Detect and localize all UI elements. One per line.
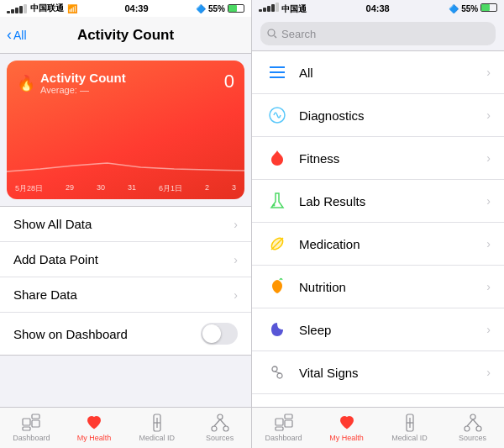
right-tab-dashboard[interactable]: Dashboard bbox=[252, 408, 315, 448]
health-item-diagnostics-label: Diagnostics bbox=[299, 108, 476, 123]
right-tab-my-health[interactable]: My Health bbox=[315, 408, 378, 448]
right-my-health-icon bbox=[338, 414, 356, 432]
add-data-point-item[interactable]: Add Data Point › bbox=[0, 242, 251, 277]
vital-signs-icon bbox=[265, 361, 289, 384]
right-sources-icon bbox=[464, 414, 482, 432]
health-item-diagnostics[interactable]: Diagnostics › bbox=[252, 94, 504, 137]
battery-percent: 55% bbox=[208, 4, 225, 13]
svg-line-10 bbox=[214, 419, 220, 426]
right-carrier: 中国通 bbox=[259, 3, 307, 15]
right-tab-medical-id[interactable]: Medical ID bbox=[378, 408, 441, 448]
left-carrier: 中国联通 📶 bbox=[7, 3, 77, 14]
search-bar[interactable]: Search bbox=[260, 22, 496, 45]
tab-my-health-label: My Health bbox=[77, 434, 112, 442]
health-item-fitness-label: Fitness bbox=[299, 151, 476, 166]
health-item-all[interactable]: All › bbox=[252, 51, 504, 94]
signal-icon bbox=[7, 4, 27, 13]
tab-my-health[interactable]: My Health bbox=[63, 408, 126, 448]
right-time: 04:38 bbox=[366, 3, 390, 13]
vital-signs-chevron-icon: › bbox=[486, 366, 491, 379]
tab-dashboard[interactable]: Dashboard bbox=[0, 408, 63, 448]
svg-rect-28 bbox=[285, 420, 292, 427]
chart-title-block: Activity Count Average: — bbox=[40, 71, 126, 95]
nutrition-chevron-icon: › bbox=[486, 280, 491, 293]
diagnostics-chevron-icon: › bbox=[486, 108, 491, 122]
right-tab-sources-label: Sources bbox=[459, 434, 486, 442]
health-item-lab-results-label: Lab Results bbox=[299, 194, 476, 208]
search-bar-container: Search bbox=[252, 17, 504, 50]
svg-rect-26 bbox=[276, 419, 283, 425]
battery-icon bbox=[228, 4, 244, 13]
chart-subtitle: Average: — bbox=[40, 85, 126, 95]
right-tab-sources[interactable]: Sources bbox=[441, 408, 504, 448]
chart-value: 0 bbox=[224, 71, 234, 92]
right-battery-icon bbox=[480, 3, 497, 12]
menu-section: Show All Data › Add Data Point › Share D… bbox=[0, 206, 251, 356]
health-item-lab-results[interactable]: Lab Results › bbox=[252, 180, 504, 223]
left-nav-bar: ‹ All Activity Count bbox=[0, 17, 251, 54]
show-all-chevron-icon: › bbox=[234, 218, 238, 231]
chart-header: 🔥 Activity Count Average: — bbox=[17, 71, 234, 95]
show-on-dashboard-item[interactable]: Show on Dashboard bbox=[0, 313, 251, 355]
svg-point-7 bbox=[218, 414, 223, 419]
health-item-sleep[interactable]: Sleep › bbox=[252, 308, 504, 351]
nutrition-icon bbox=[265, 275, 289, 298]
tab-sources[interactable]: Sources bbox=[188, 408, 251, 448]
add-data-chevron-icon: › bbox=[234, 253, 238, 266]
right-medical-id-icon bbox=[401, 414, 419, 432]
health-item-all-label: All bbox=[299, 66, 476, 80]
tab-medical-id[interactable]: Medical ID bbox=[126, 408, 189, 448]
svg-point-34 bbox=[465, 426, 470, 431]
fitness-chevron-icon: › bbox=[486, 151, 491, 165]
show-all-data-label: Show All Data bbox=[13, 217, 92, 231]
svg-point-23 bbox=[277, 373, 282, 378]
right-carrier-text: 中国通 bbox=[281, 4, 307, 13]
lab-results-chevron-icon: › bbox=[486, 194, 491, 208]
share-data-item[interactable]: Share Data › bbox=[0, 277, 251, 313]
right-tab-medical-id-label: Medical ID bbox=[391, 434, 428, 442]
svg-point-18 bbox=[273, 204, 276, 207]
svg-point-8 bbox=[212, 426, 217, 431]
dashboard-toggle[interactable] bbox=[201, 323, 238, 345]
svg-point-9 bbox=[223, 426, 228, 431]
search-placeholder: Search bbox=[281, 28, 316, 40]
svg-rect-27 bbox=[285, 414, 292, 419]
tab-sources-label: Sources bbox=[206, 434, 234, 442]
svg-rect-0 bbox=[23, 419, 30, 425]
right-tab-my-health-label: My Health bbox=[329, 434, 364, 442]
diagnostics-icon bbox=[265, 103, 289, 127]
my-health-icon bbox=[85, 414, 103, 432]
medication-chevron-icon: › bbox=[486, 237, 491, 250]
left-time: 04:39 bbox=[124, 3, 148, 13]
health-item-nutrition[interactable]: Nutrition › bbox=[252, 266, 504, 308]
show-all-data-item[interactable]: Show All Data › bbox=[0, 207, 251, 242]
tab-dashboard-label: Dashboard bbox=[13, 434, 50, 442]
svg-rect-3 bbox=[23, 427, 30, 430]
health-item-vital-signs[interactable]: Vital Signs › bbox=[252, 351, 504, 394]
activity-chart-card: 🔥 Activity Count Average: — 0 5月28日 29 3… bbox=[7, 61, 244, 199]
medical-id-icon bbox=[148, 414, 166, 432]
chart-area bbox=[7, 108, 244, 176]
share-data-chevron-icon: › bbox=[234, 288, 238, 302]
right-signal-icon bbox=[259, 3, 279, 12]
right-bluetooth-icon: 🔷 bbox=[449, 4, 459, 13]
date-1: 5月28日 bbox=[15, 183, 43, 194]
back-button[interactable]: ‹ All bbox=[7, 28, 27, 42]
flame-icon: 🔥 bbox=[17, 74, 35, 92]
back-label: All bbox=[13, 29, 27, 42]
health-item-fitness[interactable]: Fitness › bbox=[252, 137, 504, 180]
bluetooth-icon: 🔷 bbox=[196, 4, 206, 13]
left-panel: 中国联通 📶 04:39 🔷 55% ‹ All Activity Count … bbox=[0, 0, 252, 448]
date-6: 2 bbox=[205, 183, 209, 194]
svg-rect-2 bbox=[32, 420, 39, 427]
left-status-bar: 中国联通 📶 04:39 🔷 55% bbox=[0, 0, 251, 17]
date-3: 30 bbox=[97, 183, 105, 194]
svg-line-13 bbox=[275, 36, 277, 39]
all-icon bbox=[265, 61, 289, 84]
right-tab-dashboard-label: Dashboard bbox=[265, 434, 302, 442]
fitness-icon bbox=[265, 146, 289, 170]
health-item-me[interactable]: Me › bbox=[252, 394, 504, 407]
health-item-medication[interactable]: Medication › bbox=[252, 223, 504, 266]
right-tab-bar: Dashboard My Health Medical ID bbox=[252, 407, 504, 448]
add-data-point-label: Add Data Point bbox=[13, 252, 98, 266]
